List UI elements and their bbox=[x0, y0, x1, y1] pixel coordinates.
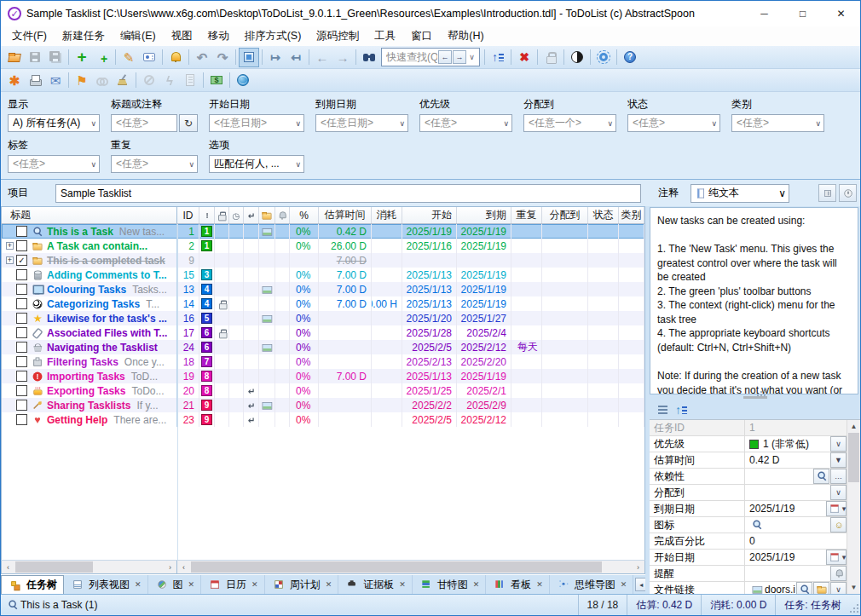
scroll-left-icon[interactable]: ‹ bbox=[177, 561, 190, 573]
column-header-recurrence-text[interactable]: 重复 bbox=[511, 207, 542, 223]
task-row[interactable]: This is a TaskNew tas...110%0.42 D2025/1… bbox=[2, 224, 644, 239]
filter-combo-priority[interactable]: <任意>∨ bbox=[419, 114, 512, 132]
find-tasks-button[interactable] bbox=[359, 48, 379, 67]
column-header-allocated-to[interactable]: 分配到 bbox=[542, 207, 588, 223]
comments-layout-button[interactable] bbox=[818, 184, 836, 202]
filter-combo-recurrence[interactable]: <任意>∨ bbox=[111, 155, 198, 173]
new-subtask-button[interactable] bbox=[92, 48, 113, 67]
task-row[interactable]: Likewise for the task's ...1650%2025/1/2… bbox=[2, 311, 644, 325]
column-header-title[interactable]: 标题 bbox=[2, 207, 177, 223]
scroll-down-icon[interactable]: ▼ bbox=[847, 581, 860, 594]
smiley-button[interactable] bbox=[830, 517, 847, 533]
folder-button[interactable] bbox=[813, 582, 829, 594]
menu-item-0[interactable]: 文件(F) bbox=[4, 26, 55, 46]
attribute-value-task-id[interactable]: 1 bbox=[745, 420, 847, 435]
cancel-button[interactable] bbox=[139, 71, 159, 90]
column-header-file-link[interactable] bbox=[259, 207, 275, 223]
attribute-value-allocated-to[interactable] bbox=[745, 485, 829, 500]
next-task-button[interactable] bbox=[332, 48, 353, 67]
magnifier-button[interactable] bbox=[813, 469, 829, 484]
columns-horizontal-scrollbar[interactable]: ‹ › bbox=[177, 561, 644, 573]
tree-horizontal-scrollbar[interactable]: ‹ › bbox=[2, 561, 177, 573]
indent-button[interactable] bbox=[265, 48, 286, 67]
sort-button[interactable] bbox=[488, 48, 508, 67]
reminder-button[interactable] bbox=[165, 48, 186, 67]
close-icon[interactable]: ✕ bbox=[326, 580, 332, 589]
quick-find-input[interactable]: 快速查找(Q)←→∨ bbox=[381, 48, 480, 66]
delete-task-button[interactable] bbox=[514, 48, 535, 67]
maximize-comments-button[interactable] bbox=[239, 48, 259, 67]
task-checkbox[interactable] bbox=[16, 269, 27, 280]
column-header-percent[interactable]: % bbox=[290, 207, 319, 223]
tab-mind-map[interactable]: 思维导图✕ bbox=[550, 575, 634, 594]
combo-button[interactable]: ∨ bbox=[830, 436, 847, 452]
task-row[interactable]: Exporting TasksToDo...2080%2025/1/252025… bbox=[2, 383, 644, 398]
task-row[interactable]: Navigating the Tasklist2460%2025/2/52025… bbox=[2, 340, 644, 354]
outdent-button[interactable] bbox=[286, 48, 306, 67]
task-checkbox[interactable] bbox=[16, 313, 27, 324]
filter-combo-allocated-to[interactable]: <任意一个>∨ bbox=[523, 114, 616, 132]
scroll-right-icon[interactable]: › bbox=[632, 561, 644, 573]
menu-item-7[interactable]: 工具 bbox=[367, 26, 403, 46]
expander-icon[interactable]: + bbox=[3, 242, 16, 250]
undo-button[interactable] bbox=[192, 48, 212, 67]
calendar-button[interactable]: ▾ bbox=[826, 501, 847, 516]
column-header-reminder[interactable] bbox=[275, 207, 290, 223]
new-task-button[interactable] bbox=[72, 48, 92, 67]
task-row[interactable]: Importing TasksToD...1980%7.00 D2025/1/1… bbox=[2, 369, 644, 383]
tab-calendar-view[interactable]: 日历✕ bbox=[201, 575, 265, 594]
column-header-lock[interactable] bbox=[215, 207, 229, 223]
column-header-id[interactable]: ID bbox=[177, 207, 199, 223]
task-checkbox[interactable] bbox=[16, 400, 27, 411]
task-checkbox[interactable] bbox=[16, 327, 27, 338]
column-header-category[interactable]: 类别 bbox=[619, 207, 644, 223]
task-checkbox[interactable] bbox=[16, 356, 27, 367]
scroll-up-icon[interactable]: ▲ bbox=[847, 420, 860, 433]
column-header-priority-flag[interactable] bbox=[199, 207, 215, 223]
refresh-filter-button[interactable]: ↻ bbox=[179, 114, 198, 132]
tab-evidence-board[interactable]: 证据板✕ bbox=[338, 575, 413, 594]
task-checkbox[interactable] bbox=[16, 414, 27, 425]
menu-item-4[interactable]: 移动 bbox=[200, 26, 237, 46]
task-row[interactable]: Sharing TasklistsIf y...2190%2025/2/2202… bbox=[2, 398, 644, 412]
task-row[interactable]: Getting HelpThere are...2390%2025/2/5202… bbox=[2, 412, 644, 427]
filter-combo-show[interactable]: A) 所有任务(A)∨ bbox=[8, 114, 100, 132]
attribute-value-priority[interactable]: 1 (非常低) bbox=[745, 436, 829, 452]
maximize-button[interactable]: □ bbox=[783, 1, 822, 26]
task-checkbox[interactable] bbox=[16, 371, 27, 382]
redo-button[interactable] bbox=[212, 48, 233, 67]
web-button[interactable] bbox=[233, 71, 253, 90]
column-header-time-spent[interactable]: 消耗 bbox=[372, 207, 402, 223]
comments-clock-button[interactable] bbox=[839, 184, 857, 202]
toggle-theme-button[interactable] bbox=[567, 48, 587, 67]
sort-attributes-button[interactable] bbox=[672, 400, 691, 420]
task-checkbox[interactable] bbox=[16, 342, 27, 353]
filter-combo-start-date[interactable]: <任意日期>∨ bbox=[209, 114, 304, 132]
flag-button[interactable] bbox=[72, 71, 92, 90]
link-button[interactable] bbox=[92, 71, 113, 90]
scroll-right-icon[interactable]: › bbox=[164, 561, 176, 573]
expander-icon[interactable]: + bbox=[3, 256, 16, 264]
help-button[interactable] bbox=[620, 48, 640, 67]
column-header-time-estimate[interactable]: 估算时间 bbox=[319, 207, 372, 223]
combo-button[interactable]: ∨ bbox=[830, 582, 847, 594]
task-checkbox[interactable]: ✓ bbox=[16, 255, 27, 266]
menu-item-8[interactable]: 窗口 bbox=[403, 26, 440, 46]
task-row[interactable]: Colouring TasksTasks...1340%7.00 D2025/1… bbox=[2, 282, 644, 296]
scroll-left-icon[interactable]: ‹ bbox=[2, 561, 14, 573]
ellipsis-button[interactable]: … bbox=[830, 469, 847, 484]
calendar-button[interactable]: ▾ bbox=[826, 550, 847, 565]
attribute-value-file-link[interactable]: doors.ic bbox=[745, 582, 795, 594]
close-icon[interactable]: ✕ bbox=[536, 580, 543, 589]
outline-list-button[interactable] bbox=[653, 400, 672, 420]
filter-combo-due-date[interactable]: <任意日期>∨ bbox=[315, 114, 408, 132]
filter-combo-title-or-comments[interactable]: <任意> bbox=[111, 114, 177, 132]
attribute-value-percent-done[interactable]: 0 bbox=[745, 533, 847, 549]
column-header-start-date[interactable]: 开始 bbox=[402, 207, 457, 223]
attribute-value-dependency[interactable] bbox=[745, 469, 812, 484]
resize-grip[interactable] bbox=[850, 595, 860, 615]
task-row[interactable]: +✓This is a completed task97.00 D bbox=[2, 253, 644, 268]
save-all-button[interactable] bbox=[45, 48, 66, 67]
comments-format-combo[interactable]: 纯文本 ∨ bbox=[691, 184, 789, 203]
donate-button[interactable] bbox=[206, 71, 227, 90]
